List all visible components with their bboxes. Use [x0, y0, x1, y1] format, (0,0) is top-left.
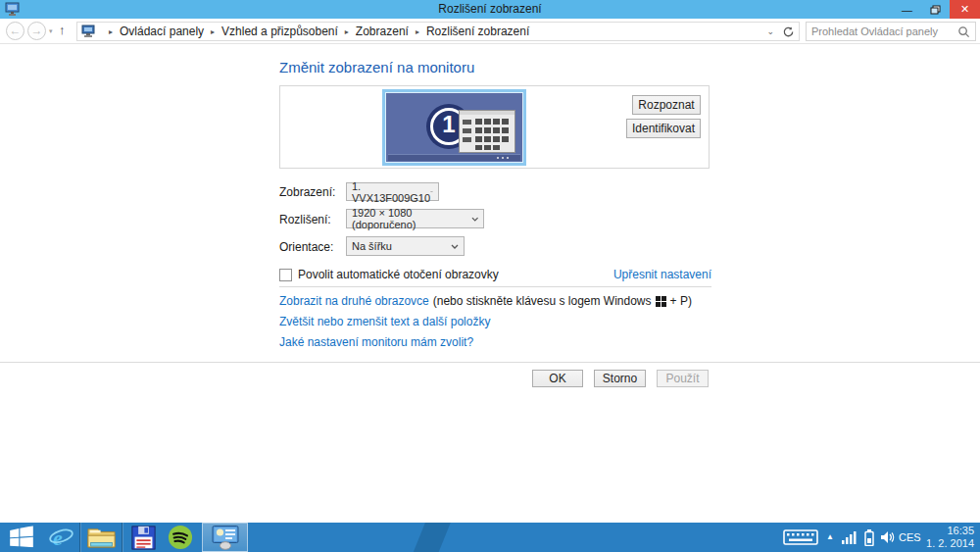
resolution-select[interactable]: 1920 × 1080 (doporučeno) — [346, 209, 484, 228]
search-icon[interactable] — [957, 25, 970, 38]
breadcrumb-arrow-icon: ▸ — [211, 27, 215, 36]
page-title: Změnit zobrazení na monitoru — [279, 59, 474, 75]
monitor-1-preview[interactable]: 1 — [382, 89, 526, 166]
monitor-taskbar-strip — [388, 154, 520, 161]
chevron-down-icon — [430, 189, 433, 194]
search-box — [806, 22, 976, 41]
breadcrumb-display[interactable]: Zobrazení — [356, 25, 409, 38]
display-label: Zobrazení: — [279, 185, 335, 199]
breadcrumb-screen-resolution[interactable]: Rozlišení zobrazení — [426, 25, 529, 38]
advanced-settings-link[interactable]: Upřesnit nastavení — [613, 268, 711, 281]
breadcrumb-appearance[interactable]: Vzhled a přizpůsobení — [221, 25, 338, 38]
restore-icon — [930, 5, 941, 15]
battery-icon — [864, 529, 874, 546]
monitor-menu-dots — [507, 157, 509, 159]
back-button[interactable]: ← — [6, 22, 24, 40]
project-hint-pre: (nebo stiskněte klávesu s logem Windows — [433, 294, 652, 308]
breadcrumb-control-panel[interactable]: Ovládací panely — [120, 25, 204, 38]
monitor-help-link[interactable]: Jaké nastavení monitoru mám zvolit? — [279, 335, 473, 349]
tray-time: 16:35 — [906, 525, 974, 537]
taskbar-separator — [79, 523, 80, 552]
address-bar[interactable]: ▸ Ovládací panely ▸ Vzhled a přizpůsoben… — [76, 22, 800, 41]
address-dropdown-icon[interactable]: ⌄ — [766, 26, 774, 36]
project-hint-post: + P) — [670, 294, 692, 308]
orientation-select-value: Na šířku — [352, 240, 392, 252]
display-select-value: 1. VVX13F009G10 — [352, 180, 430, 204]
titlebar: Rozlišení zobrazení — ✕ — [0, 0, 980, 19]
allow-rotation-checkbox[interactable] — [279, 269, 292, 281]
taskbar-screen-resolution-active[interactable] — [202, 523, 248, 552]
restore-button[interactable] — [921, 0, 950, 19]
search-input[interactable] — [811, 25, 957, 37]
taskbar-file-explorer[interactable] — [82, 523, 120, 552]
tray-chevron-icon[interactable]: ▲ — [826, 532, 834, 541]
project-second-screen-link[interactable]: Zobrazit na druhé obrazovce — [279, 294, 429, 308]
volume-button[interactable] — [877, 523, 897, 552]
start-icon — [10, 526, 33, 549]
svg-text:e: e — [53, 526, 63, 550]
apply-button[interactable]: Použít — [657, 370, 709, 387]
taskbar-separator — [122, 523, 122, 552]
allow-rotation-label: Povolit automatické otočení obrazovky — [298, 268, 499, 281]
breadcrumb-arrow-icon: ▸ — [416, 27, 419, 36]
section-divider — [279, 286, 711, 287]
internet-explorer-icon: e — [48, 525, 74, 551]
taskbar: e — [0, 523, 980, 552]
detect-button[interactable]: Rozpoznat — [632, 95, 701, 115]
orientation-label: Orientace: — [279, 240, 333, 254]
start-screen-thumbnail-icon — [459, 110, 515, 153]
taskbar-save-app[interactable] — [124, 523, 162, 552]
text-size-link[interactable]: Zvětšit nebo zmenšit text a další položk… — [279, 315, 490, 328]
computer-icon — [81, 25, 96, 38]
monitor-preview-box: 1 Rozpoznat Identifikovat — [279, 85, 710, 169]
up-button[interactable]: ↑ — [59, 23, 66, 37]
window-title: Rozlišení zobrazení — [0, 2, 980, 16]
taskbar-internet-explorer[interactable]: e — [43, 523, 78, 552]
tray-date: 1. 2. 2014 — [906, 537, 974, 550]
cancel-button[interactable]: Storno — [594, 370, 646, 387]
floppy-disk-icon — [131, 526, 156, 550]
touch-keyboard-button[interactable] — [780, 523, 821, 552]
close-button[interactable]: ✕ — [950, 0, 980, 19]
screen: Rozlišení zobrazení — ✕ ← → ▾ ↑ ▸ — [0, 0, 980, 552]
wallpaper-stripe — [412, 523, 452, 552]
spotify-icon — [168, 525, 193, 550]
minimize-button[interactable]: — — [893, 0, 921, 19]
display-settings-icon — [211, 525, 240, 550]
clock[interactable]: 16:35 1. 2. 2014 — [906, 525, 974, 550]
forward-button[interactable]: → — [27, 22, 46, 40]
chevron-down-icon — [471, 217, 478, 222]
ok-button[interactable]: OK — [532, 370, 583, 387]
network-signal-icon — [842, 531, 858, 544]
resolution-select-value: 1920 × 1080 (doporučeno) — [352, 207, 471, 230]
volume-icon — [880, 530, 895, 544]
orientation-select[interactable]: Na šířku — [346, 236, 465, 256]
toolbar: ← → ▾ ↑ ▸ Ovládací panely ▸ Vzhled a při… — [0, 19, 980, 44]
keyboard-icon — [783, 529, 818, 545]
windows-logo-icon — [656, 296, 666, 307]
folder-icon — [87, 526, 116, 549]
breadcrumb-arrow-icon: ▸ — [345, 27, 349, 36]
display-select[interactable]: 1. VVX13F009G10 — [346, 182, 439, 201]
resolution-label: Rozlišení: — [279, 213, 331, 226]
start-button[interactable] — [0, 523, 43, 552]
identify-button[interactable]: Identifikovat — [626, 119, 701, 138]
history-chevron-icon[interactable]: ▾ — [49, 27, 53, 35]
battery-button[interactable] — [860, 523, 878, 552]
taskbar-spotify[interactable] — [162, 523, 199, 552]
network-button[interactable] — [839, 523, 860, 552]
footer-divider — [0, 362, 980, 363]
breadcrumb-arrow-icon: ▸ — [109, 27, 113, 36]
chevron-down-icon — [451, 244, 459, 249]
refresh-icon[interactable] — [782, 25, 795, 38]
